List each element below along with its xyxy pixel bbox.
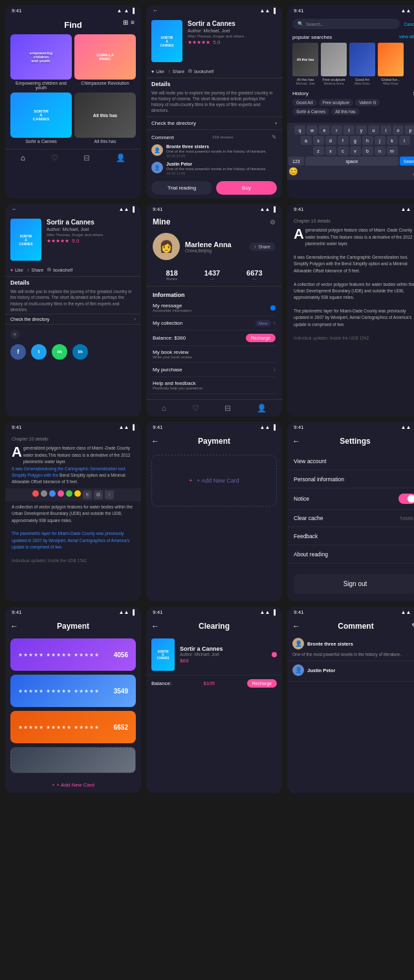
twitter-icon[interactable]: t (31, 344, 47, 360)
key-g[interactable]: g (350, 136, 361, 145)
nav-home-mine[interactable]: ⌂ (162, 404, 166, 413)
nav-profile-mine[interactable]: 👤 (257, 404, 267, 413)
tag-1[interactable]: Good Art (292, 99, 317, 106)
list-icon[interactable]: ≡ (131, 19, 135, 26)
copy-icon[interactable]: ⎘ (83, 490, 92, 499)
share-tool-icon[interactable]: ↑ (105, 490, 114, 499)
back-arrow-clearing[interactable]: ← (151, 622, 159, 631)
card-4-placeholder[interactable] (10, 747, 136, 773)
close-icon[interactable]: × (10, 330, 19, 339)
cancel-btn[interactable]: Cancel (404, 22, 414, 27)
key-search[interactable]: Search (400, 157, 414, 166)
key-o[interactable]: o (393, 125, 404, 135)
tag-5[interactable]: All this has (331, 108, 359, 115)
book-card-3[interactable]: SORTIRÀCANNES (10, 93, 72, 138)
key-x[interactable]: x (325, 146, 336, 155)
search-input-box[interactable]: 🔍 Search... (292, 19, 400, 29)
emoji-icon[interactable]: 😊 (289, 167, 298, 176)
book-card-2[interactable]: GORILLAPANIC (74, 34, 136, 80)
key-z[interactable]: z (313, 146, 324, 155)
book-card-4[interactable]: All this has (74, 93, 136, 138)
check-directory[interactable]: Check the directory › (146, 116, 282, 130)
book-item-1[interactable]: empoweringchildrenand youth. Empowering … (10, 34, 72, 90)
settings-personal-info[interactable]: Personal information › (287, 470, 414, 488)
tool-red[interactable] (32, 490, 39, 497)
key-f[interactable]: f (338, 136, 349, 145)
pop-book-3[interactable]: Good Art Mike Ross (349, 43, 375, 85)
key-v[interactable]: v (350, 146, 361, 155)
key-space[interactable]: space (305, 157, 398, 166)
nav-search-mine[interactable]: ♡ (192, 404, 199, 413)
key-k[interactable]: k (387, 136, 398, 145)
key-y[interactable]: y (356, 125, 367, 135)
tool-pink[interactable] (58, 490, 64, 497)
key-m[interactable]: m (387, 146, 398, 155)
key-c[interactable]: c (338, 146, 349, 155)
back-arrow-settings[interactable]: ← (292, 437, 300, 446)
info-collection[interactable]: My collection More › (153, 316, 276, 331)
edit-icon-comment[interactable]: ✎ (411, 622, 414, 631)
back-arrow-pr[interactable]: ← (151, 437, 159, 446)
card-1[interactable]: ★★★★★ ★★★★★ ★★★★★ 4056 (10, 638, 136, 671)
bookshelf-btn-dl[interactable]: ⊟ bookshelf (47, 267, 72, 272)
whatsapp-icon[interactable]: m (52, 344, 67, 360)
sign-out-btn[interactable]: Sign out (294, 574, 414, 594)
card-3[interactable]: ★★★★★ ★★★★★ ★★★★★ 6652 (10, 711, 136, 743)
key-t[interactable]: t (343, 125, 354, 135)
share-btn[interactable]: ↑ Share (168, 69, 184, 74)
add-card-row[interactable]: + + Add New Card (5, 777, 141, 793)
settings-clear-cache[interactable]: Clear cache 54MB › (287, 510, 414, 527)
info-purchase[interactable]: My purchase › (153, 363, 276, 377)
view-all-btn[interactable]: view all > (399, 34, 414, 40)
pop-book-2[interactable]: Free sculpture Marlena Anna (321, 43, 347, 85)
key-q[interactable]: q (294, 125, 305, 135)
settings-view-account[interactable]: View account › (287, 452, 414, 470)
share-btn-dl[interactable]: ↑ Share (27, 267, 43, 272)
bookshelf-btn[interactable]: ⊟ bookshelf (188, 69, 213, 74)
recharge-btn-clearing[interactable]: Recharge (247, 679, 277, 688)
facebook-icon[interactable]: f (10, 344, 26, 360)
key-u[interactable]: u (368, 125, 379, 135)
recharge-btn[interactable]: Recharge (246, 334, 276, 342)
pop-book-1[interactable]: All this has All this has Michael, Joel (292, 43, 318, 85)
tool-yellow[interactable] (74, 490, 81, 497)
key-j[interactable]: j (375, 136, 386, 145)
key-n[interactable]: n (375, 146, 386, 155)
check-directory-dl[interactable]: Check the directory › (5, 314, 141, 325)
nav-profile[interactable]: 👤 (116, 153, 125, 162)
nav-library-mine[interactable]: ⊟ (224, 404, 231, 413)
key-l[interactable]: l (399, 136, 410, 145)
pop-book-4[interactable]: Global fun... Mike Ross (378, 43, 404, 85)
book-item-4[interactable]: All this has All this has (74, 93, 136, 144)
back-arrow-pc[interactable]: ← (10, 622, 18, 631)
settings-feedback[interactable]: Feedback › (287, 527, 414, 545)
tool-blue[interactable] (49, 490, 56, 497)
back-arrow-comment[interactable]: ← (292, 622, 300, 631)
edit-icon[interactable]: ✎ (272, 134, 277, 140)
add-card-placeholder[interactable]: + + Add New Card (151, 455, 277, 506)
key-e[interactable]: e (319, 125, 330, 135)
card-2[interactable]: ★★★★★ ★★★★★ ★★★★★ 3549 (10, 675, 136, 707)
key-i[interactable]: i (380, 125, 391, 135)
tool-gray[interactable] (41, 490, 47, 497)
back-arrow-detail[interactable]: ← (153, 8, 158, 14)
book-card-1[interactable]: empoweringchildrenand youth. (10, 34, 72, 80)
key-a[interactable]: a (301, 136, 312, 145)
key-r[interactable]: r (331, 125, 342, 135)
settings-icon-mine[interactable]: ⚙ (270, 219, 276, 226)
bookmark-icon[interactable]: ⊟ (94, 490, 103, 499)
like-btn-dl[interactable]: ♥ Like (10, 267, 23, 272)
book-item-3[interactable]: SORTIRÀCANNES Sortir a Cannes (10, 93, 72, 144)
key-w[interactable]: w (307, 125, 318, 135)
profile-share-btn[interactable]: ↑ Share (249, 243, 276, 251)
tag-3[interactable]: Valiem G (355, 99, 380, 106)
key-123[interactable]: 123 (289, 157, 304, 166)
buy-btn[interactable]: Buy (216, 181, 277, 195)
settings-about-reading[interactable]: About reading › (287, 545, 414, 563)
back-arrow-dl[interactable]: ← (12, 206, 17, 212)
tool-green[interactable] (66, 490, 72, 497)
book-item-2[interactable]: GORILLAPANIC Chimpanzee Revolution (74, 34, 136, 90)
key-h[interactable]: h (362, 136, 373, 145)
linkedin-icon[interactable]: in (72, 344, 88, 360)
key-d[interactable]: d (325, 136, 336, 145)
